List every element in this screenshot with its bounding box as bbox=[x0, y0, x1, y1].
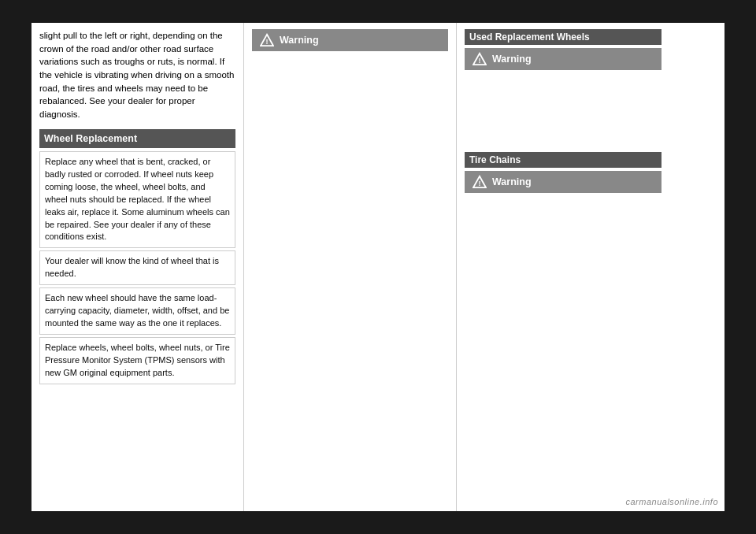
mid-warning-label: Warning bbox=[280, 35, 319, 46]
wheel-block-4: Replace wheels, wheel bolts, wheel nuts,… bbox=[39, 337, 235, 384]
wheel-replacement-header: Wheel Replacement bbox=[39, 129, 235, 148]
used-replacement-header: Used Replacement Wheels bbox=[465, 29, 662, 45]
right-warning-box-1: ! Warning bbox=[465, 48, 662, 70]
svg-text:!: ! bbox=[479, 57, 481, 65]
right-warning-label-1: Warning bbox=[492, 54, 532, 65]
left-column: slight pull to the left or right, depend… bbox=[32, 23, 244, 511]
warning-icon-right-1: ! bbox=[472, 52, 487, 66]
wheel-block-2: Your dealer will know the kind of wheel … bbox=[39, 250, 235, 285]
svg-text:!: ! bbox=[479, 180, 481, 187]
tire-chains-header: Tire Chains bbox=[465, 152, 662, 168]
mid-warning-box: ! Warning bbox=[252, 29, 448, 51]
right-warning-label-2: Warning bbox=[492, 176, 532, 187]
right-column: Used Replacement Wheels ! Warning Tire C… bbox=[457, 23, 669, 511]
right-warning-box-2: ! Warning bbox=[465, 171, 662, 193]
intro-text: slight pull to the left or right, depend… bbox=[39, 29, 235, 121]
page-container: slight pull to the left or right, depend… bbox=[32, 23, 724, 511]
svg-text:!: ! bbox=[266, 38, 269, 46]
warning-icon-mid: ! bbox=[260, 33, 274, 47]
watermark: carmanualsonline.info bbox=[625, 497, 718, 506]
wheel-block-1: Replace any wheel that is bent, cracked,… bbox=[39, 151, 235, 249]
warning-icon-right-2: ! bbox=[472, 175, 487, 189]
middle-column: ! Warning bbox=[244, 23, 457, 511]
wheel-block-3: Each new wheel should have the same load… bbox=[39, 287, 235, 335]
